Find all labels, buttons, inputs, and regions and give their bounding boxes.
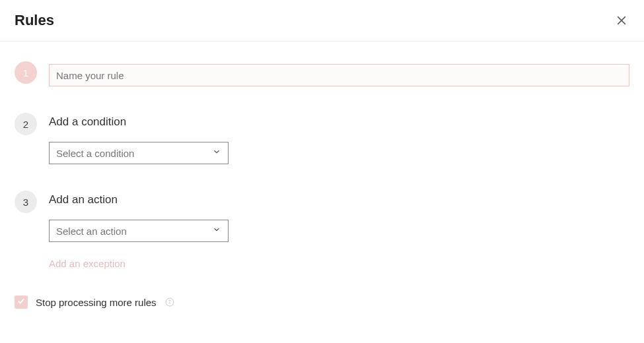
step-badge-2: 2 bbox=[15, 113, 37, 135]
step-condition-title: Add a condition bbox=[49, 115, 629, 129]
dialog-title: Rules bbox=[15, 12, 54, 29]
add-exception-link[interactable]: Add an exception bbox=[49, 258, 629, 269]
step-condition-body: Add a condition Select a condition bbox=[49, 113, 629, 164]
chevron-down-icon bbox=[212, 147, 221, 159]
action-dropdown[interactable]: Select an action bbox=[49, 220, 229, 242]
svg-point-4 bbox=[169, 300, 170, 301]
action-dropdown-text: Select an action bbox=[56, 226, 127, 237]
step-badge-1: 1 bbox=[15, 61, 37, 84]
step-name-rule: 1 bbox=[15, 61, 629, 86]
step-action-title: Add an action bbox=[49, 193, 629, 206]
stop-processing-checkbox[interactable] bbox=[15, 296, 28, 309]
dialog-header: Rules bbox=[0, 0, 644, 42]
chevron-down-icon bbox=[212, 225, 221, 237]
step-name-body bbox=[49, 61, 629, 86]
stop-processing-label: Stop processing more rules bbox=[36, 297, 157, 308]
stop-processing-option: Stop processing more rules bbox=[15, 296, 629, 309]
step-add-action: 3 Add an action Select an action Add an … bbox=[15, 191, 629, 269]
close-button[interactable] bbox=[614, 13, 629, 28]
checkmark-icon bbox=[17, 296, 26, 308]
dialog-content: 1 2 Add a condition Select a condition 3… bbox=[0, 42, 644, 323]
condition-dropdown-text: Select a condition bbox=[56, 148, 134, 159]
info-icon[interactable] bbox=[164, 297, 175, 307]
rule-name-input[interactable] bbox=[49, 64, 629, 86]
step-add-condition: 2 Add a condition Select a condition bbox=[15, 113, 629, 164]
step-action-body: Add an action Select an action Add an ex… bbox=[49, 191, 629, 269]
condition-dropdown[interactable]: Select a condition bbox=[49, 142, 229, 164]
step-badge-3: 3 bbox=[15, 191, 37, 213]
